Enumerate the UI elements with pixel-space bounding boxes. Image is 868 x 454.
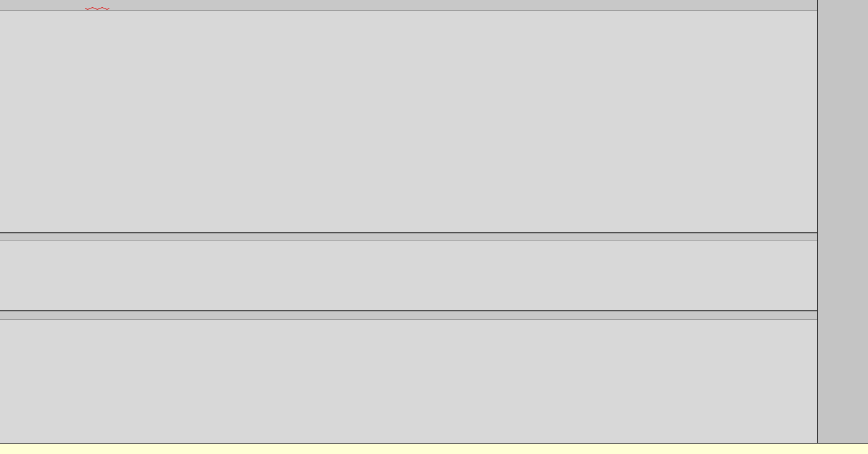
visual-chart-window xyxy=(0,0,868,454)
macd-chart[interactable] xyxy=(0,241,817,311)
rsi-chart[interactable] xyxy=(0,320,817,444)
rsi-panel-header xyxy=(0,310,817,319)
price-axis-column[interactable] xyxy=(817,0,868,443)
date-axis[interactable] xyxy=(0,443,868,454)
main-header-fields xyxy=(0,0,868,1)
rsi-panel[interactable] xyxy=(0,319,817,443)
candlestick-chart[interactable] xyxy=(0,11,817,233)
rsi-header-fields xyxy=(0,311,817,312)
price-chart-panel[interactable] xyxy=(0,10,817,232)
macd-panel[interactable] xyxy=(0,240,817,310)
macd-panel-header xyxy=(0,232,817,240)
main-chart-header xyxy=(0,0,868,10)
red-scribble-annotation xyxy=(85,6,110,10)
macd-header-fields xyxy=(0,233,817,234)
